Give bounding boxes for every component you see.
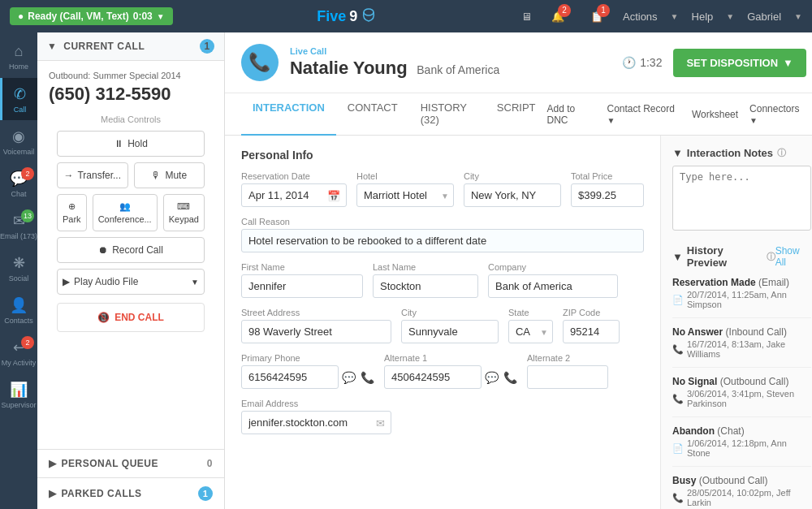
history-item-4: Busy (Outbound Call) 📞 28/05/2014, 10:02… <box>672 475 811 509</box>
call-reason-input[interactable] <box>241 229 644 252</box>
form-group-city2: City <box>401 308 499 343</box>
city-input[interactable] <box>464 183 561 207</box>
chat-phone-icon[interactable]: 💬 <box>342 371 356 384</box>
notifications-btn[interactable]: 🔔 2 <box>551 11 564 23</box>
record-call-button[interactable]: ⏺ Record Call <box>57 237 205 263</box>
current-call-header[interactable]: ▼ CURRENT CALL 1 <box>37 32 224 61</box>
content-area: Personal Info Reservation Date 📅 Hotel <box>225 136 812 509</box>
tab-script[interactable]: SCRIPT <box>486 93 547 136</box>
park-button[interactable]: ⊕ Park <box>57 194 87 231</box>
add-to-dnc-link[interactable]: Add to DNC <box>547 103 596 126</box>
connectors-link[interactable]: Connectors ▼ <box>749 103 806 126</box>
alt2-input[interactable] <box>527 365 608 389</box>
call-alt1-icon[interactable]: 📞 <box>503 371 517 384</box>
call-reason-label: Call Reason <box>241 217 644 226</box>
play-audio-button[interactable]: ▶ Play Audio File ▼ <box>57 269 205 295</box>
reservation-date-input-wrapper: 📅 <box>241 183 347 207</box>
social-icon: ❋ <box>13 254 25 272</box>
personal-queue-count: 0 <box>207 458 213 469</box>
email-input[interactable] <box>241 411 391 434</box>
total-price-input[interactable] <box>571 183 644 207</box>
current-call-label: ▼ CURRENT CALL <box>47 41 145 52</box>
primary-phone-input[interactable] <box>241 365 339 389</box>
record-icon: ⏺ <box>98 244 108 256</box>
dropdown-arrow-play: ▼ <box>191 278 199 287</box>
user-menu[interactable]: Gabriel <box>747 11 781 23</box>
interaction-notes-textarea[interactable] <box>672 166 811 231</box>
city2-input[interactable] <box>401 320 499 343</box>
call-header-right: 🕐 1:32 SET DISPOSITION ▼ <box>622 49 806 77</box>
tabs-right: Add to DNC Contact Record ▼ Worksheet Co… <box>547 103 806 126</box>
sidebar-item-contacts[interactable]: 👤 Contacts <box>0 289 37 331</box>
hotel-label: Hotel <box>356 171 454 181</box>
hold-row: ⏸ Hold <box>57 131 205 157</box>
status-badge[interactable]: ● Ready (Call, VM, Text) 0:03 ▼ <box>10 7 173 25</box>
call-phone-icon[interactable]: 📞 <box>361 371 374 384</box>
keypad-button[interactable]: ⌨ Keypad <box>163 194 205 231</box>
caller-avatar: 📞 <box>241 44 279 81</box>
first-name-input[interactable] <box>241 274 363 298</box>
form-group-first-name: First Name <box>241 262 363 298</box>
tab-interaction[interactable]: INTERACTION <box>241 93 336 136</box>
actions-menu[interactable]: Actions <box>623 11 658 23</box>
history-preview: ▼ History Preview ⓘ Show All Reservation… <box>672 244 811 509</box>
alt1-phone-row: 💬 📞 <box>384 365 517 389</box>
show-all-link[interactable]: Show All <box>775 245 811 268</box>
sidebar-item-call[interactable]: ✆ Call <box>0 78 37 120</box>
chevron-down-icon-contact: ▼ <box>607 116 615 125</box>
form-group-alt2: Alternate 2 <box>527 353 608 389</box>
call-info: Outbound: Summer Special 2014 (650) 312-… <box>37 61 224 350</box>
main-content: 📞 Live Call Natalie Young Bank of Americ… <box>225 32 812 509</box>
contact-record-link[interactable]: Contact Record ▼ <box>607 103 680 126</box>
activity-badge: 2 <box>21 336 34 349</box>
sidebar-item-chat[interactable]: 💬 Chat 2 <box>0 162 37 205</box>
form-row-1: Reservation Date 📅 Hotel Marriott Hotel <box>241 171 644 207</box>
history-item-2: No Signal (Outbound Call) 📞 3/06/2014, 3… <box>672 376 811 417</box>
personal-queue-header[interactable]: ▶ PERSONAL QUEUE 0 <box>37 449 224 477</box>
company-input[interactable] <box>488 274 618 298</box>
transfer-icon: → <box>63 170 73 181</box>
call-timer: 🕐 1:32 <box>622 56 662 69</box>
sidebar-item-social[interactable]: ❋ Social <box>0 247 37 289</box>
history-preview-title: ▼ History Preview ⓘ <box>672 244 775 269</box>
email-input-wrapper: ✉ <box>241 411 391 434</box>
history-item-detail-4: 📞 28/05/2014, 10:02pm, Jeff Larkin <box>672 488 811 507</box>
play-icon: ▶ <box>63 276 70 287</box>
tab-history[interactable]: HISTORY (32) <box>409 93 486 136</box>
mute-button[interactable]: 🎙 Mute <box>134 162 205 188</box>
monitor-icon-btn[interactable]: 🖥 <box>521 11 532 23</box>
sidebar-item-my-activity[interactable]: ↩ My Activity 2 <box>0 331 37 373</box>
hold-button[interactable]: ⏸ Hold <box>57 131 205 157</box>
conference-button[interactable]: 👥 Conference... <box>93 194 158 231</box>
history-item-title-1: No Answer (Inbound Call) <box>672 326 811 338</box>
status-dropdown-arrow: ▼ <box>157 12 165 21</box>
chat-alt1-icon[interactable]: 💬 <box>485 371 499 384</box>
company-label: Company <box>488 262 618 272</box>
logo-icon <box>361 8 377 24</box>
alerts-btn[interactable]: 📋 1 <box>590 11 603 23</box>
chat-hist-icon-3: 📄 <box>672 443 684 454</box>
sidebar-item-voicemail[interactable]: ◉ Voicemail <box>0 120 37 162</box>
transfer-button[interactable]: → Transfer... <box>57 162 128 188</box>
tab-contact[interactable]: CONTACT <box>336 93 409 136</box>
info-icon: ⓘ <box>777 147 786 159</box>
sidebar-item-email[interactable]: ✉ Email (173) 13 <box>0 205 37 247</box>
set-disposition-button[interactable]: SET DISPOSITION ▼ <box>673 49 806 77</box>
hotel-select[interactable]: Marriott Hotel <box>356 183 454 207</box>
last-name-input[interactable] <box>373 274 478 298</box>
caller-info: 📞 Live Call Natalie Young Bank of Americ… <box>241 44 499 81</box>
state-select[interactable]: CA <box>508 320 553 343</box>
clock-icon: 🕐 <box>622 56 636 69</box>
help-menu[interactable]: Help <box>692 11 714 23</box>
end-call-button[interactable]: 📵 END CALL <box>57 303 205 332</box>
sidebar-item-supervisor[interactable]: 📊 Supervisor <box>0 373 37 416</box>
supervisor-icon: 📊 <box>10 381 28 399</box>
history-item-0: Reservation Made (Email) 📄 20/7/2014, 11… <box>672 277 811 318</box>
worksheet-link[interactable]: Worksheet <box>692 109 738 120</box>
alt1-input[interactable] <box>384 365 482 389</box>
street-address-input[interactable] <box>241 320 391 343</box>
parked-calls-header[interactable]: ▶ PARKED CALLS 1 <box>37 477 224 509</box>
sidebar-item-home[interactable]: ⌂ Home <box>0 36 37 78</box>
zip-input[interactable] <box>563 320 620 343</box>
form-row-3: First Name Last Name Company <box>241 262 644 298</box>
